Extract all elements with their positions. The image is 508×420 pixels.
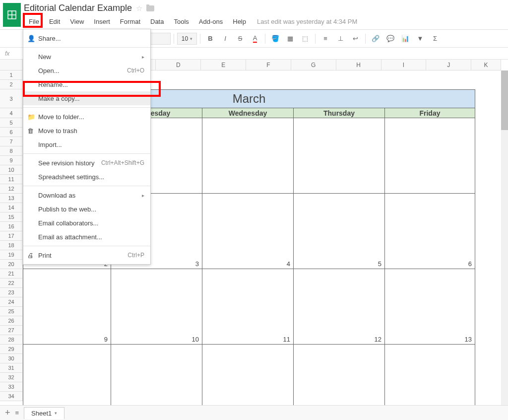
row-24[interactable]: 24 (0, 297, 22, 307)
chart-icon[interactable]: 📊 (398, 32, 412, 46)
menu-edit[interactable]: Edit (44, 16, 65, 27)
vertical-scrollbar[interactable] (501, 70, 508, 405)
calendar-cell[interactable]: 9 (23, 269, 111, 345)
wrap-icon[interactable]: ↩ (348, 32, 362, 46)
file-move-folder[interactable]: 📁 Move to folder... (23, 110, 150, 124)
row-2[interactable]: 2 (0, 80, 22, 89)
italic-icon[interactable]: I (218, 32, 232, 46)
star-icon[interactable]: ☆ (136, 4, 142, 13)
add-sheet-icon[interactable]: + (5, 408, 10, 418)
calendar-cell[interactable]: 18 (202, 345, 294, 405)
row-22[interactable]: 22 (0, 279, 22, 288)
valign-icon[interactable]: ⊥ (333, 32, 347, 46)
cal-head-wed[interactable]: Wednesday (202, 108, 294, 118)
file-move-trash[interactable]: 🗑 Move to trash (23, 124, 150, 138)
row-11[interactable]: 11 (0, 175, 22, 184)
menu-tools[interactable]: Tools (169, 16, 193, 27)
row-21[interactable]: 21 (0, 269, 22, 279)
menu-addons[interactable]: Add-ons (194, 16, 228, 27)
link-icon[interactable]: 🔗 (369, 32, 382, 46)
row-34[interactable]: 34 (0, 392, 22, 401)
menu-format[interactable]: Format (115, 16, 145, 27)
last-edit-text[interactable]: Last edit was yesterday at 4:34 PM (251, 18, 357, 25)
row-18[interactable]: 18 (0, 241, 22, 250)
file-publish[interactable]: Publish to the web... (23, 202, 150, 216)
all-sheets-icon[interactable]: ≡ (15, 409, 19, 417)
fillcolor-icon[interactable]: 🪣 (268, 32, 282, 46)
font-size-selector[interactable]: 10 (177, 33, 197, 45)
strike-icon[interactable]: S (233, 32, 247, 46)
borders-icon[interactable]: ▦ (283, 32, 297, 46)
menu-help[interactable]: Help (228, 16, 251, 27)
calendar-cell[interactable]: 4 (202, 194, 294, 269)
row-16[interactable]: 16 (0, 222, 22, 231)
row-19[interactable]: 19 (0, 250, 22, 260)
calendar-cell[interactable]: 10 (111, 269, 202, 345)
functions-icon[interactable]: Σ (428, 32, 442, 46)
calendar-cell[interactable] (385, 118, 475, 194)
col-G[interactable]: G (291, 60, 336, 70)
col-I[interactable]: I (381, 60, 427, 70)
cal-head-thu[interactable]: Thursday (294, 108, 385, 118)
row-32[interactable]: 32 (0, 373, 22, 382)
calendar-cell[interactable]: 12 (294, 269, 385, 345)
calendar-cell[interactable]: 6 (385, 194, 475, 269)
calendar-cell[interactable]: 20 (385, 345, 475, 405)
row-28[interactable]: 28 (0, 335, 22, 345)
row-17[interactable]: 17 (0, 231, 22, 241)
col-F[interactable]: F (246, 60, 291, 70)
file-revisions[interactable]: See revision historyCtrl+Alt+Shift+G (23, 156, 150, 170)
row-9[interactable]: 9 (0, 156, 22, 165)
row-12[interactable]: 12 (0, 184, 22, 194)
row-10[interactable]: 10 (0, 165, 22, 175)
row-8[interactable]: 8 (0, 146, 22, 156)
folder-icon[interactable] (146, 5, 154, 11)
calendar-cell[interactable]: 5 (294, 194, 385, 269)
row-20[interactable]: 20 (0, 260, 22, 269)
row-31[interactable]: 31 (0, 363, 22, 373)
sheet-tab-1[interactable]: Sheet1▾ (24, 407, 64, 419)
doc-title[interactable]: Editorial Calendar Example (24, 3, 132, 13)
cal-head-fri[interactable]: Friday (385, 108, 475, 118)
file-email-attach[interactable]: Email as attachment... (23, 230, 150, 244)
calendar-cell[interactable] (202, 118, 294, 194)
file-download[interactable]: Download as▸ (23, 188, 150, 202)
file-settings[interactable]: Spreadsheet settings... (23, 170, 150, 184)
row-33[interactable]: 33 (0, 382, 22, 392)
bold-icon[interactable]: B (203, 32, 217, 46)
col-K[interactable]: K (471, 60, 501, 70)
row-23[interactable]: 23 (0, 288, 22, 297)
row-13[interactable]: 13 (0, 194, 22, 203)
calendar-cell[interactable]: 17 (111, 345, 202, 405)
merge-icon[interactable]: ⬚ (298, 32, 312, 46)
halign-icon[interactable]: ≡ (318, 32, 332, 46)
menu-view[interactable]: View (65, 16, 89, 27)
file-email-collab[interactable]: Email collaborators... (23, 216, 150, 230)
col-D[interactable]: D (156, 60, 201, 70)
row-4[interactable]: 4 (0, 108, 22, 118)
row-1[interactable]: 1 (0, 70, 22, 80)
row-7[interactable]: 7 (0, 137, 22, 146)
col-J[interactable]: J (426, 60, 471, 70)
calendar-cell[interactable]: 16 (23, 345, 111, 405)
row-26[interactable]: 26 (0, 316, 22, 326)
row-15[interactable]: 15 (0, 212, 22, 222)
select-all-corner[interactable] (0, 60, 23, 70)
row-5[interactable]: 5 (0, 118, 22, 128)
menu-data[interactable]: Data (145, 16, 169, 27)
row-14[interactable]: 14 (0, 203, 22, 212)
menu-insert[interactable]: Insert (89, 16, 115, 27)
row-3[interactable]: 3 (0, 89, 22, 108)
file-import[interactable]: Import... (23, 138, 150, 151)
row-29[interactable]: 29 (0, 345, 22, 354)
comment-icon[interactable]: 💬 (383, 32, 397, 46)
col-H[interactable]: H (336, 60, 381, 70)
row-25[interactable]: 25 (0, 307, 22, 316)
row-30[interactable]: 30 (0, 354, 22, 363)
row-27[interactable]: 27 (0, 326, 22, 335)
calendar-cell[interactable]: 13 (385, 269, 475, 345)
filter-icon[interactable]: ▼ (413, 32, 427, 46)
row-6[interactable]: 6 (0, 128, 22, 137)
file-new[interactable]: New▸ (23, 50, 150, 64)
file-print[interactable]: 🖨 PrintCtrl+P (23, 248, 150, 262)
